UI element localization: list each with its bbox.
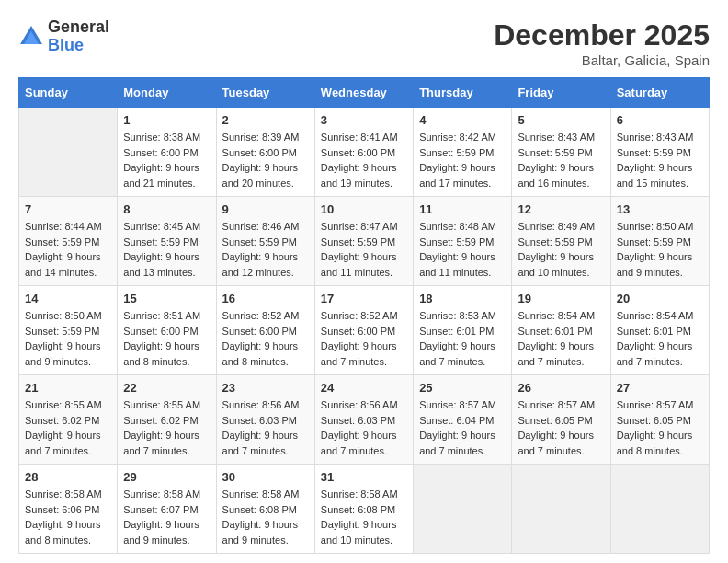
cell-sun-info: Sunrise: 8:56 AMSunset: 6:03 PMDaylight:… [321, 397, 407, 458]
cell-sun-info: Sunrise: 8:43 AMSunset: 5:59 PMDaylight:… [617, 130, 703, 190]
cell-sun-info: Sunrise: 8:43 AMSunset: 5:59 PMDaylight:… [518, 130, 604, 190]
cell-sun-info: Sunrise: 8:50 AMSunset: 5:59 PMDaylight:… [617, 219, 703, 280]
calendar-cell [19, 108, 118, 197]
day-number: 5 [518, 113, 604, 127]
day-number: 10 [321, 202, 407, 216]
cell-sun-info: Sunrise: 8:54 AMSunset: 6:01 PMDaylight:… [518, 308, 604, 369]
cell-sun-info: Sunrise: 8:52 AMSunset: 6:00 PMDaylight:… [222, 308, 309, 369]
cell-sun-info: Sunrise: 8:48 AMSunset: 5:59 PMDaylight:… [419, 219, 506, 280]
day-number: 11 [419, 202, 506, 216]
cell-sun-info: Sunrise: 8:57 AMSunset: 6:05 PMDaylight:… [617, 397, 703, 458]
calendar-cell: 11Sunrise: 8:48 AMSunset: 5:59 PMDayligh… [414, 197, 512, 286]
cell-sun-info: Sunrise: 8:55 AMSunset: 6:02 PMDaylight:… [123, 397, 210, 458]
calendar-cell: 28Sunrise: 8:58 AMSunset: 6:06 PMDayligh… [19, 465, 118, 554]
day-number: 13 [617, 202, 703, 216]
calendar-cell: 29Sunrise: 8:58 AMSunset: 6:07 PMDayligh… [118, 465, 216, 554]
cell-sun-info: Sunrise: 8:58 AMSunset: 6:08 PMDaylight:… [321, 487, 407, 547]
day-number: 7 [25, 202, 111, 216]
calendar-cell [610, 465, 709, 554]
calendar-header-row: SundayMondayTuesdayWednesdayThursdayFrid… [19, 78, 710, 108]
week-row-2: 7Sunrise: 8:44 AMSunset: 5:59 PMDaylight… [19, 197, 710, 286]
day-number: 4 [419, 113, 506, 127]
cell-sun-info: Sunrise: 8:42 AMSunset: 5:59 PMDaylight:… [419, 130, 506, 190]
day-number: 16 [222, 292, 309, 305]
day-number: 19 [518, 292, 604, 305]
calendar-cell [512, 465, 610, 554]
calendar-cell: 2Sunrise: 8:39 AMSunset: 6:00 PMDaylight… [216, 108, 314, 197]
cell-sun-info: Sunrise: 8:53 AMSunset: 6:01 PMDaylight:… [419, 308, 506, 369]
cell-sun-info: Sunrise: 8:52 AMSunset: 6:00 PMDaylight:… [321, 308, 407, 369]
day-number: 22 [123, 381, 210, 395]
week-row-3: 14Sunrise: 8:50 AMSunset: 5:59 PMDayligh… [19, 286, 710, 375]
cell-sun-info: Sunrise: 8:56 AMSunset: 6:03 PMDaylight:… [222, 397, 309, 458]
calendar-cell: 31Sunrise: 8:58 AMSunset: 6:08 PMDayligh… [314, 465, 413, 554]
day-number: 27 [617, 381, 703, 395]
title-area: December 2025 Baltar, Galicia, Spain [494, 18, 710, 68]
day-number: 14 [25, 292, 111, 305]
calendar-cell: 19Sunrise: 8:54 AMSunset: 6:01 PMDayligh… [512, 286, 610, 375]
calendar-cell: 27Sunrise: 8:57 AMSunset: 6:05 PMDayligh… [610, 375, 709, 465]
cell-sun-info: Sunrise: 8:49 AMSunset: 5:59 PMDaylight:… [518, 219, 604, 280]
day-number: 30 [222, 470, 309, 484]
cell-sun-info: Sunrise: 8:50 AMSunset: 5:59 PMDaylight:… [25, 308, 111, 369]
calendar-cell: 1Sunrise: 8:38 AMSunset: 6:00 PMDaylight… [118, 108, 216, 197]
logo-icon [18, 24, 44, 50]
calendar-table: SundayMondayTuesdayWednesdayThursdayFrid… [18, 77, 710, 554]
logo-blue-text: Blue [48, 37, 109, 55]
week-row-1: 1Sunrise: 8:38 AMSunset: 6:00 PMDaylight… [19, 108, 710, 197]
day-number: 18 [419, 292, 506, 305]
day-number: 24 [321, 381, 407, 395]
cell-sun-info: Sunrise: 8:57 AMSunset: 6:05 PMDaylight:… [518, 397, 604, 458]
week-row-4: 21Sunrise: 8:55 AMSunset: 6:02 PMDayligh… [19, 375, 710, 465]
day-number: 6 [617, 113, 703, 127]
day-header-thursday: Thursday [414, 78, 512, 108]
day-number: 29 [123, 470, 210, 484]
day-number: 3 [321, 113, 407, 127]
logo: General Blue [18, 18, 109, 55]
day-header-tuesday: Tuesday [216, 78, 314, 108]
calendar-cell: 26Sunrise: 8:57 AMSunset: 6:05 PMDayligh… [512, 375, 610, 465]
calendar-body: 1Sunrise: 8:38 AMSunset: 6:00 PMDaylight… [19, 108, 710, 554]
cell-sun-info: Sunrise: 8:51 AMSunset: 6:00 PMDaylight:… [123, 308, 210, 369]
day-number: 8 [123, 202, 210, 216]
calendar-cell: 16Sunrise: 8:52 AMSunset: 6:00 PMDayligh… [216, 286, 314, 375]
calendar-cell: 5Sunrise: 8:43 AMSunset: 5:59 PMDaylight… [512, 108, 610, 197]
calendar-cell: 6Sunrise: 8:43 AMSunset: 5:59 PMDaylight… [610, 108, 709, 197]
logo-general-text: General [48, 18, 109, 37]
calendar-cell: 21Sunrise: 8:55 AMSunset: 6:02 PMDayligh… [19, 375, 118, 465]
calendar-cell: 4Sunrise: 8:42 AMSunset: 5:59 PMDaylight… [414, 108, 512, 197]
day-header-friday: Friday [512, 78, 610, 108]
cell-sun-info: Sunrise: 8:46 AMSunset: 5:59 PMDaylight:… [222, 219, 309, 280]
cell-sun-info: Sunrise: 8:47 AMSunset: 5:59 PMDaylight:… [321, 219, 407, 280]
day-header-sunday: Sunday [19, 78, 118, 108]
calendar-cell: 18Sunrise: 8:53 AMSunset: 6:01 PMDayligh… [414, 286, 512, 375]
cell-sun-info: Sunrise: 8:41 AMSunset: 6:00 PMDaylight:… [321, 130, 407, 190]
day-number: 15 [123, 292, 210, 305]
calendar-cell: 10Sunrise: 8:47 AMSunset: 5:59 PMDayligh… [314, 197, 413, 286]
day-header-wednesday: Wednesday [314, 78, 413, 108]
day-number: 9 [222, 202, 309, 216]
cell-sun-info: Sunrise: 8:57 AMSunset: 6:04 PMDaylight:… [419, 397, 506, 458]
calendar-cell: 30Sunrise: 8:58 AMSunset: 6:08 PMDayligh… [216, 465, 314, 554]
month-title: December 2025 [494, 18, 710, 52]
cell-sun-info: Sunrise: 8:45 AMSunset: 5:59 PMDaylight:… [123, 219, 210, 280]
calendar-cell: 15Sunrise: 8:51 AMSunset: 6:00 PMDayligh… [118, 286, 216, 375]
day-number: 31 [321, 470, 407, 484]
week-row-5: 28Sunrise: 8:58 AMSunset: 6:06 PMDayligh… [19, 465, 710, 554]
day-header-saturday: Saturday [610, 78, 709, 108]
calendar-cell: 3Sunrise: 8:41 AMSunset: 6:00 PMDaylight… [314, 108, 413, 197]
calendar-cell: 25Sunrise: 8:57 AMSunset: 6:04 PMDayligh… [414, 375, 512, 465]
day-number: 17 [321, 292, 407, 305]
calendar-cell: 7Sunrise: 8:44 AMSunset: 5:59 PMDaylight… [19, 197, 118, 286]
cell-sun-info: Sunrise: 8:44 AMSunset: 5:59 PMDaylight:… [25, 219, 111, 280]
page-header: General Blue December 2025 Baltar, Galic… [18, 18, 710, 68]
cell-sun-info: Sunrise: 8:38 AMSunset: 6:00 PMDaylight:… [123, 130, 210, 190]
cell-sun-info: Sunrise: 8:58 AMSunset: 6:07 PMDaylight:… [123, 487, 210, 547]
cell-sun-info: Sunrise: 8:58 AMSunset: 6:08 PMDaylight:… [222, 487, 309, 547]
day-number: 2 [222, 113, 309, 127]
calendar-cell: 23Sunrise: 8:56 AMSunset: 6:03 PMDayligh… [216, 375, 314, 465]
cell-sun-info: Sunrise: 8:55 AMSunset: 6:02 PMDaylight:… [25, 397, 111, 458]
cell-sun-info: Sunrise: 8:58 AMSunset: 6:06 PMDaylight:… [25, 487, 111, 547]
day-number: 1 [123, 113, 210, 127]
day-header-monday: Monday [118, 78, 216, 108]
